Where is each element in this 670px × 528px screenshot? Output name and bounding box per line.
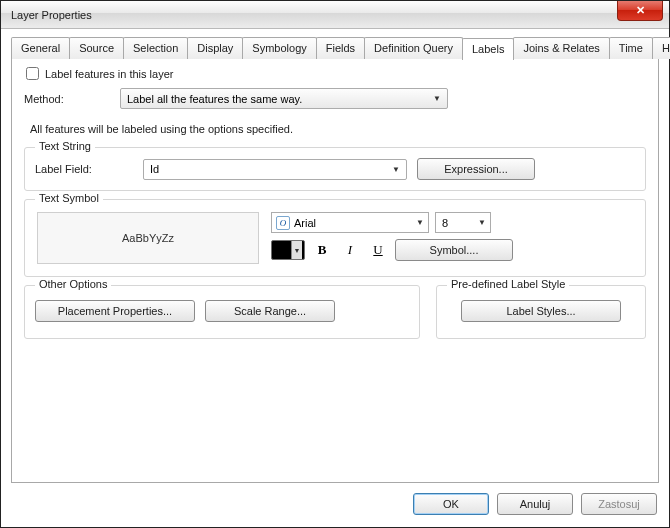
label-features-label: Label features in this layer xyxy=(45,68,173,80)
tab-selection[interactable]: Selection xyxy=(123,37,188,59)
cancel-button[interactable]: Anuluj xyxy=(497,493,573,515)
label-features-row: Label features in this layer xyxy=(24,67,646,80)
tab-html-popup[interactable]: HTML Popup xyxy=(652,37,670,59)
other-options-legend: Other Options xyxy=(35,278,111,290)
predefined-legend: Pre-defined Label Style xyxy=(447,278,569,290)
chevron-down-icon: ▼ xyxy=(416,218,424,227)
tab-source[interactable]: Source xyxy=(69,37,124,59)
label-field-value: Id xyxy=(150,163,159,175)
font-size-combo[interactable]: 8 ▼ xyxy=(435,212,491,233)
window-title: Layer Properties xyxy=(11,9,92,21)
text-symbol-group: Text Symbol AaBbYyZz O Arial ▼ xyxy=(24,199,646,277)
chevron-down-icon: ▼ xyxy=(392,165,400,174)
predefined-style-group: Pre-defined Label Style Label Styles... xyxy=(436,285,646,339)
font-value: Arial xyxy=(294,217,316,229)
tab-symbology[interactable]: Symbology xyxy=(242,37,316,59)
method-label: Method: xyxy=(24,93,120,105)
text-string-legend: Text String xyxy=(35,140,95,152)
label-field-row: Label Field: Id ▼ Expression... xyxy=(35,158,635,180)
method-value: Label all the features the same way. xyxy=(127,93,302,105)
tab-joins-relates[interactable]: Joins & Relates xyxy=(513,37,609,59)
expression-button[interactable]: Expression... xyxy=(417,158,535,180)
text-symbol-legend: Text Symbol xyxy=(35,192,103,204)
label-styles-button[interactable]: Label Styles... xyxy=(461,300,621,322)
italic-button[interactable]: I xyxy=(339,240,361,260)
layer-properties-window: Layer Properties ✕ General Source Select… xyxy=(0,0,670,528)
close-icon: ✕ xyxy=(636,4,645,17)
bold-button[interactable]: B xyxy=(311,240,333,260)
chevron-down-icon: ▼ xyxy=(433,94,441,103)
symbol-button[interactable]: Symbol.... xyxy=(395,239,513,261)
dialog-footer: OK Anuluj Zastosuj xyxy=(11,483,659,517)
other-options-group: Other Options Placement Properties... Sc… xyxy=(24,285,420,339)
tab-labels[interactable]: Labels xyxy=(462,38,514,60)
label-field-dropdown[interactable]: Id ▼ xyxy=(143,159,407,180)
underline-button[interactable]: U xyxy=(367,240,389,260)
tab-strip: General Source Selection Display Symbolo… xyxy=(11,37,659,59)
chevron-down-icon: ▼ xyxy=(478,218,486,227)
tab-display[interactable]: Display xyxy=(187,37,243,59)
description-text: All features will be labeled using the o… xyxy=(30,123,646,135)
titlebar: Layer Properties ✕ xyxy=(1,1,669,29)
tab-definition-query[interactable]: Definition Query xyxy=(364,37,463,59)
chevron-down-icon: ▼ xyxy=(291,241,302,259)
method-dropdown[interactable]: Label all the features the same way. ▼ xyxy=(120,88,448,109)
ok-button[interactable]: OK xyxy=(413,493,489,515)
text-string-group: Text String Label Field: Id ▼ Expression… xyxy=(24,147,646,191)
label-features-checkbox[interactable] xyxy=(26,67,39,80)
apply-button[interactable]: Zastosuj xyxy=(581,493,657,515)
color-picker[interactable]: ▼ xyxy=(271,240,305,260)
close-button[interactable]: ✕ xyxy=(617,1,663,21)
scale-range-button[interactable]: Scale Range... xyxy=(205,300,335,322)
tab-panel-labels: Label features in this layer Method: Lab… xyxy=(11,58,659,483)
client-area: General Source Selection Display Symbolo… xyxy=(1,29,669,527)
tab-time[interactable]: Time xyxy=(609,37,653,59)
tab-general[interactable]: General xyxy=(11,37,70,59)
font-combo[interactable]: O Arial ▼ xyxy=(271,212,429,233)
text-symbol-preview: AaBbYyZz xyxy=(37,212,259,264)
method-row: Method: Label all the features the same … xyxy=(24,88,646,109)
placement-properties-button[interactable]: Placement Properties... xyxy=(35,300,195,322)
font-size-value: 8 xyxy=(442,217,448,229)
tab-fields[interactable]: Fields xyxy=(316,37,365,59)
label-field-label: Label Field: xyxy=(35,163,143,175)
truetype-icon: O xyxy=(276,216,290,230)
